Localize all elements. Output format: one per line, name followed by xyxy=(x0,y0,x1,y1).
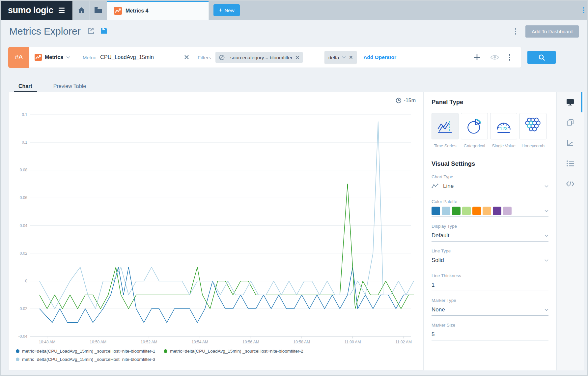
display-type-select[interactable]: Default xyxy=(432,232,548,242)
filter-chip[interactable]: _sourcecategory = bloomfilter xyxy=(215,52,303,63)
metric-input[interactable]: CPU_LoadAvg_15min xyxy=(100,54,184,60)
palette-swatches xyxy=(432,207,512,215)
series-line-1[interactable] xyxy=(40,267,414,323)
home-button[interactable] xyxy=(72,1,90,20)
time-series-plot[interactable]: 0.10.10.080.060.040.020-0.02-0.0410:48 A… xyxy=(9,92,423,347)
y-axis-tick-label: 0.1 xyxy=(22,140,27,145)
library-button[interactable] xyxy=(90,1,107,20)
settings-panel: Panel Type xyxy=(423,92,556,370)
marker-size-field: Marker Size 5 xyxy=(432,323,548,340)
panel-type-single-value[interactable]: 123 xyxy=(490,113,517,139)
rail-overlay-button[interactable] xyxy=(557,112,584,133)
line-type-field: Line Type Solid xyxy=(432,248,548,266)
add-operator-link[interactable]: Add Operator xyxy=(363,54,396,60)
display-type-field: Display Type Default xyxy=(432,224,548,242)
operator-chip-delta[interactable]: delta ✕ xyxy=(324,51,357,64)
legend-label: metric=delta(CPU_LoadAvg_15min) _sourceH… xyxy=(22,357,155,362)
operator-chip-label: delta xyxy=(328,55,339,60)
legend-dot xyxy=(16,349,19,353)
x-axis-tick-label: 11:02 AM xyxy=(395,340,412,344)
remove-filter-icon[interactable] xyxy=(295,56,299,59)
x-axis-tick-label: 10:58 AM xyxy=(294,340,310,344)
code-icon xyxy=(566,181,574,187)
query-kebab-menu[interactable] xyxy=(509,54,511,61)
chart-type-select[interactable]: Line xyxy=(432,182,548,192)
logo-text: sumo logic xyxy=(8,5,53,15)
new-button[interactable]: + New xyxy=(213,4,240,16)
panel-type-categorical[interactable] xyxy=(461,113,488,139)
marker-type-select[interactable]: None xyxy=(432,306,548,316)
search-icon xyxy=(538,54,545,61)
x-axis-tick-label: 10:48 AM xyxy=(39,340,56,344)
rail-legend-list-button[interactable] xyxy=(557,153,584,174)
hamburger-menu-icon[interactable] xyxy=(59,8,65,13)
series-line-3[interactable] xyxy=(40,122,414,309)
save-icon xyxy=(100,27,108,34)
y-axis-tick-label: 0.1 xyxy=(22,112,27,117)
panel-type-time-series[interactable] xyxy=(432,113,459,139)
time-range-label: -15m xyxy=(404,98,416,103)
y-axis-tick-label: 0.08 xyxy=(20,168,28,172)
chart-type-value: Line xyxy=(443,183,454,189)
series-line-2[interactable] xyxy=(40,184,414,309)
palette-swatch xyxy=(452,207,461,215)
y-axis-tick-label: 0.04 xyxy=(20,223,28,228)
line-type-select[interactable]: Solid xyxy=(432,256,548,266)
visibility-eye-icon[interactable] xyxy=(490,54,499,60)
x-axis-tick-label: 10:50 AM xyxy=(90,340,106,344)
add-to-dashboard-button[interactable]: Add To Dashboard xyxy=(525,25,579,38)
color-palette-label: Color Palette xyxy=(432,199,548,204)
y-axis-tick-label: 0.06 xyxy=(20,195,28,200)
exclude-icon xyxy=(219,55,225,60)
line-thickness-value: 1 xyxy=(432,282,434,288)
filters-field: Filters _sourcecategory = bloomfilter xyxy=(198,50,303,64)
legend-entry[interactable]: metric=delta(CPU_LoadAvg_15min) _sourceH… xyxy=(16,357,155,362)
line-chart-icon xyxy=(432,184,439,188)
header-row: Metrics Explorer Add To Dashboard xyxy=(1,20,587,43)
marker-size-input[interactable]: 5 xyxy=(432,331,548,340)
rail-code-button[interactable] xyxy=(557,174,584,194)
search-button[interactable] xyxy=(527,51,556,64)
datasource-select[interactable]: Metrics xyxy=(35,54,70,61)
categorical-pie-icon xyxy=(465,117,484,135)
tab-chart[interactable]: Chart xyxy=(14,81,37,92)
folder-icon xyxy=(94,7,103,14)
topbar-kebab-menu[interactable] xyxy=(583,7,584,13)
page-title: Metrics Explorer xyxy=(9,26,81,37)
legend-entry[interactable]: metric=delta(CPU_LoadAvg_15min) _sourceH… xyxy=(164,349,303,354)
tab-preview-table[interactable]: Preview Table xyxy=(49,81,91,92)
header-kebab-menu[interactable] xyxy=(515,28,517,35)
rail-axes-button[interactable] xyxy=(557,133,584,153)
legend-entry[interactable]: metric=delta(CPU_LoadAvg_15min) _sourceH… xyxy=(16,349,155,354)
metrics-icon xyxy=(35,54,42,61)
display-type-label: Display Type xyxy=(432,224,548,229)
remove-operator-icon[interactable]: ✕ xyxy=(349,55,353,60)
marker-size-value: 5 xyxy=(432,331,434,338)
panel-type-label: Single Value xyxy=(490,143,517,148)
line-type-label: Line Type xyxy=(432,248,548,253)
add-query-icon[interactable] xyxy=(473,54,481,61)
chevron-down-icon xyxy=(545,259,548,262)
panel-type-labels: Time Series Categorical Single Value Hon… xyxy=(432,143,548,148)
svg-text:123: 123 xyxy=(500,126,508,131)
time-range-control[interactable]: -15m xyxy=(396,98,416,103)
open-in-new-button[interactable] xyxy=(87,27,95,36)
chart-panel: -15m 0.10.10.080.060.040.020-0.02-0.0410… xyxy=(8,92,423,370)
home-icon xyxy=(77,6,85,14)
panel-type-honeycomb[interactable] xyxy=(519,113,546,139)
line-thickness-label: Line Thickness xyxy=(432,273,548,278)
top-bar: sumo logic Metrics 4 + New xyxy=(1,1,587,20)
tab-metrics-4[interactable]: Metrics 4 xyxy=(107,1,209,20)
color-palette-select[interactable] xyxy=(432,207,548,217)
palette-swatch xyxy=(472,207,481,215)
line-thickness-input[interactable]: 1 xyxy=(432,281,548,291)
rail-panel-view-button[interactable] xyxy=(557,92,584,112)
metrics-tab-icon xyxy=(114,7,122,15)
marker-type-field: Marker Type None xyxy=(432,298,548,316)
palette-swatch xyxy=(442,207,450,215)
clear-metric-icon[interactable] xyxy=(184,55,189,60)
save-button[interactable] xyxy=(100,27,108,36)
palette-swatch xyxy=(503,207,512,215)
share-icon xyxy=(87,27,95,35)
sumo-logic-logo[interactable]: sumo logic xyxy=(1,1,72,20)
